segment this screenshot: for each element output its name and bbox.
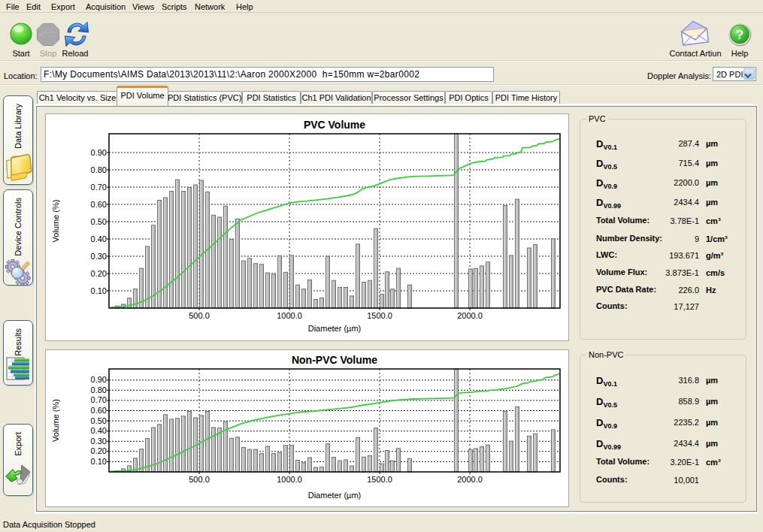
svg-text:0.40: 0.40 [91,234,107,243]
svg-text:Diameter (µm): Diameter (µm) [308,324,362,333]
svg-text:0.90: 0.90 [91,148,107,157]
svg-text:1000.0: 1000.0 [277,475,302,484]
svg-text:0.20: 0.20 [91,446,107,455]
svg-text:0.70: 0.70 [91,183,107,192]
svg-text:PVC Volume: PVC Volume [304,119,365,131]
svg-text:0.50: 0.50 [91,416,107,425]
svg-text:0.10: 0.10 [91,286,107,295]
svg-text:0.20: 0.20 [91,269,107,278]
svg-text:0.80: 0.80 [91,385,107,394]
svg-text:0.90: 0.90 [91,375,107,384]
svg-text:0.30: 0.30 [91,252,107,261]
svg-text:0.40: 0.40 [91,426,107,435]
svg-text:1000.0: 1000.0 [277,311,302,320]
svg-text:STOP: STOP [39,31,57,38]
svg-text:Volume (%): Volume (%) [51,200,60,243]
svg-text:Volume (%): Volume (%) [51,399,60,442]
svg-text:?: ? [736,28,743,42]
svg-text:Non-PVC Volume: Non-PVC Volume [292,354,377,366]
svg-text:2000.0: 2000.0 [457,311,483,320]
svg-text:2000.0: 2000.0 [457,475,483,484]
svg-text:0.30: 0.30 [91,437,107,446]
svg-text:1500.0: 1500.0 [367,311,392,320]
svg-text:0.60: 0.60 [91,200,107,209]
svg-text:0.50: 0.50 [91,217,107,226]
svg-text:0.60: 0.60 [91,406,107,415]
svg-text:500.0: 500.0 [189,311,210,320]
svg-text:0.10: 0.10 [91,457,107,466]
svg-text:1500.0: 1500.0 [367,475,392,484]
svg-text:0.70: 0.70 [91,395,107,404]
svg-text:Diameter (µm): Diameter (µm) [308,491,362,500]
svg-text:0.80: 0.80 [91,165,107,174]
svg-text:500.0: 500.0 [189,475,210,484]
